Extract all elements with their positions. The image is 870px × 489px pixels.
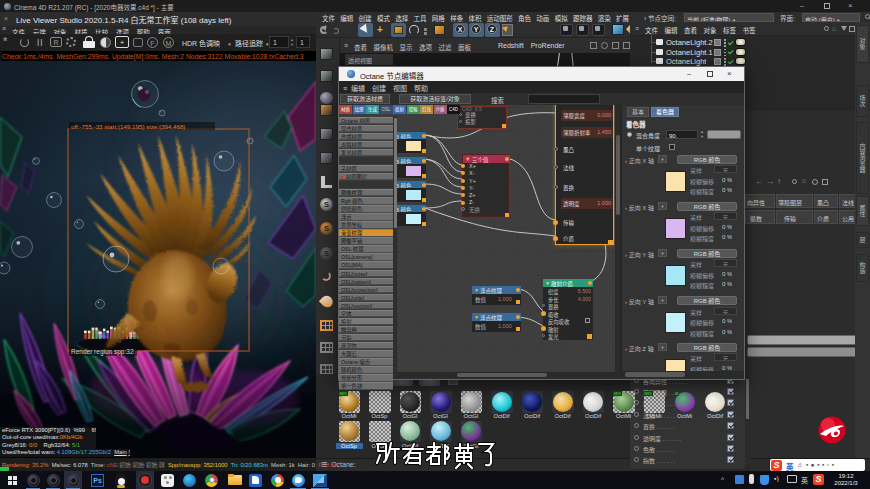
svg-text:Render region spp:32: Render region spp:32 (71, 348, 134, 356)
svg-text:off:-755,-33 start:(149,195) s: off:-755,-33 start:(149,195) size:(394,4… (71, 123, 185, 130)
